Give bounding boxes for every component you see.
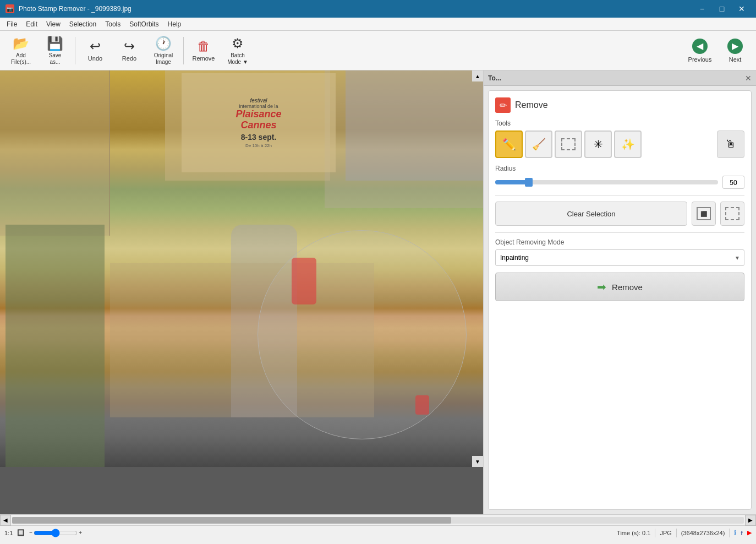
remove-action-label: Remove — [612, 282, 643, 292]
previous-label: Previous — [688, 56, 712, 63]
undo-button[interactable]: ↩ Undo — [79, 34, 112, 68]
remove-icon: 🗑 — [197, 39, 210, 54]
rect-select-tool-button[interactable] — [555, 130, 582, 158]
folder-icon: 📂 — [13, 36, 29, 51]
actions-row: Clear Selection ⬛ — [495, 202, 744, 226]
menu-selection[interactable]: Selection — [65, 19, 101, 29]
previous-button[interactable]: ◀ Previous — [683, 34, 716, 68]
app-icon: 📷 — [6, 4, 14, 13]
stamp-tool-button[interactable]: 🖱 — [717, 130, 744, 158]
menu-softorbits[interactable]: SoftOrbits — [125, 19, 163, 29]
remove-button[interactable]: 🗑 Remove — [187, 34, 220, 68]
clear-selection-button[interactable]: Clear Selection — [495, 202, 687, 226]
add-files-label: Add File(s)... — [11, 52, 31, 66]
nav-buttons: ◀ Previous ▶ Next — [683, 34, 752, 68]
next-arrow-icon: ▶ — [727, 39, 743, 54]
menu-view[interactable]: View — [42, 19, 65, 29]
canvas-scroll-up[interactable]: ▲ — [472, 70, 483, 81]
next-button[interactable]: ▶ Next — [719, 34, 752, 68]
magic-wand-tool-button[interactable]: ✳ — [584, 130, 612, 158]
menu-help[interactable]: Help — [163, 19, 186, 29]
red-selection-mark-2 — [415, 395, 429, 415]
batch-label: Batch Mode ▼ — [227, 52, 248, 66]
redo-button[interactable]: ↪ Redo — [113, 34, 146, 68]
social-youtube-icon[interactable]: ▶ — [747, 529, 752, 536]
star-icon: ✨ — [621, 138, 635, 151]
mode-select[interactable]: Inpainting — [495, 249, 744, 266]
remove-panel-header: ✏ Remove — [495, 97, 744, 113]
status-separator-2 — [676, 529, 677, 537]
star-tool-button[interactable]: ✨ — [614, 130, 642, 158]
window-controls: − □ ✕ — [693, 3, 750, 14]
select-all-button[interactable]: ⬛ — [692, 202, 716, 226]
remove-label: Remove — [193, 55, 215, 62]
red-selection-mark-1 — [292, 258, 316, 304]
previous-arrow-icon: ◀ — [692, 39, 708, 54]
remove-panel-title: Remove — [515, 100, 548, 110]
menu-tools[interactable]: Tools — [101, 19, 125, 29]
select-all-icon: ⬛ — [697, 207, 711, 220]
tools-section-label: Tools — [495, 119, 744, 127]
main-area: festival international de la PlaisanceCa… — [0, 70, 756, 514]
invert-selection-icon — [725, 207, 739, 220]
toolbar-separator-2 — [183, 37, 184, 64]
social-facebook-icon[interactable]: f — [741, 530, 743, 536]
undo-label: Undo — [88, 55, 102, 62]
zoom-plus-icon[interactable]: + — [79, 530, 82, 536]
window-title: Photo Stamp Remover - _9099389.jpg — [19, 5, 132, 13]
next-label: Next — [729, 56, 742, 63]
panel-divider-2 — [495, 232, 744, 233]
radius-section: Radius 50 — [495, 165, 744, 189]
radius-slider-track[interactable] — [495, 180, 718, 184]
redo-label: Redo — [122, 55, 136, 62]
titlebar: 📷 Photo Stamp Remover - _9099389.jpg − □… — [0, 0, 756, 18]
menu-edit[interactable]: Edit — [21, 19, 42, 29]
scroll-thumb[interactable] — [12, 517, 451, 524]
scroll-left-button[interactable]: ◀ — [0, 515, 11, 526]
tools-row: ✏️ 🧹 ✳ ✨ 🖱 — [495, 130, 744, 158]
zoom-minus-icon[interactable]: − — [29, 530, 32, 536]
mode-label: Object Removing Mode — [495, 238, 744, 246]
panel-close-button[interactable]: ✕ — [745, 74, 752, 83]
close-button[interactable]: ✕ — [733, 3, 750, 14]
radius-thumb[interactable] — [525, 178, 533, 187]
scroll-track[interactable] — [12, 517, 744, 524]
clock-icon: 🕐 — [155, 36, 172, 51]
info-icon[interactable]: ℹ — [734, 529, 736, 536]
menu-file[interactable]: File — [2, 19, 21, 29]
add-files-button[interactable]: 📂 Add File(s)... — [4, 34, 37, 68]
zoom-level: 1:1 — [4, 530, 13, 536]
panel-divider-1 — [495, 195, 744, 196]
pencil-icon: ✏️ — [502, 138, 516, 151]
batch-mode-button[interactable]: ⚙ Batch Mode ▼ — [221, 34, 254, 68]
pencil-tool-button[interactable]: ✏️ — [495, 130, 523, 158]
stamp-icon: 🖱 — [725, 138, 736, 151]
toolbar: 📂 Add File(s)... 💾 Save as... ↩ Undo ↪ R… — [0, 31, 756, 70]
mode-section: Object Removing Mode Inpainting ▼ — [495, 238, 744, 266]
remove-action-button[interactable]: ➡ Remove — [495, 273, 744, 301]
scroll-right-button[interactable]: ▶ — [745, 515, 756, 526]
zoom-slider[interactable] — [34, 530, 78, 536]
canvas-scroll-down[interactable]: ▼ — [472, 456, 483, 467]
original-image-button[interactable]: 🕐 Original Image — [147, 34, 180, 68]
save-as-button[interactable]: 💾 Save as... — [39, 34, 72, 68]
menubar: File Edit View Selection Tools SoftOrbit… — [0, 18, 756, 31]
eraser-icon: 🧹 — [532, 138, 546, 151]
zoom-slider-area[interactable]: − + — [29, 530, 82, 536]
radius-row: 50 — [495, 176, 744, 189]
canvas-area[interactable]: festival international de la PlaisanceCa… — [0, 70, 483, 514]
maximize-button[interactable]: □ — [713, 3, 731, 14]
batch-icon: ⚙ — [232, 36, 244, 51]
toolbar-separator-1 — [75, 37, 75, 64]
magic-wand-icon: ✳ — [594, 138, 603, 151]
zoom-icon-small: 🔲 — [17, 529, 25, 536]
radius-value[interactable]: 50 — [722, 176, 744, 189]
invert-selection-button[interactable] — [720, 202, 744, 226]
status-separator-3 — [729, 529, 730, 537]
rect-select-icon — [561, 138, 576, 150]
eraser-tool-button[interactable]: 🧹 — [525, 130, 552, 158]
radius-fill — [495, 180, 529, 184]
remove-eraser-icon: ✏ — [495, 97, 511, 113]
minimize-button[interactable]: − — [693, 3, 711, 14]
dimensions-label: (3648x2736x24) — [681, 530, 725, 536]
